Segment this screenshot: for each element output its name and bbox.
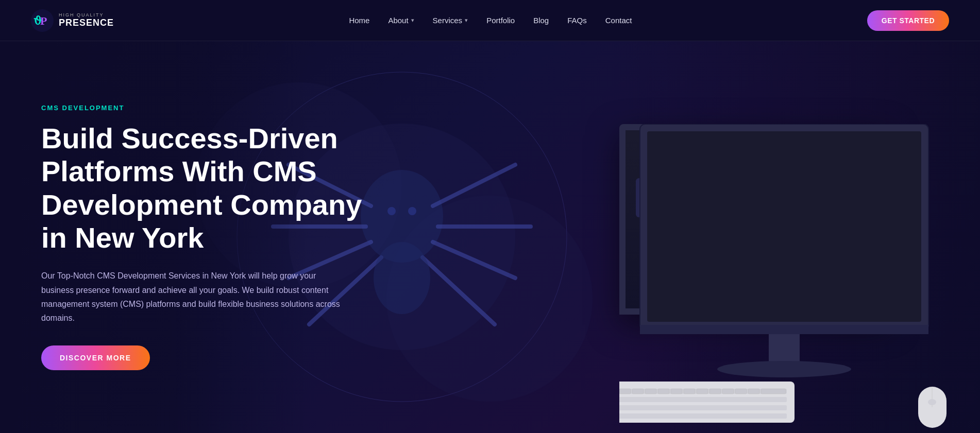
hero-label: CMS DEVELOPMENT (41, 104, 371, 112)
logo-icon: ϑ P (31, 9, 54, 32)
svg-line-14 (433, 242, 515, 278)
svg-rect-39 (697, 389, 708, 394)
svg-rect-44 (761, 389, 786, 394)
svg-rect-43 (748, 389, 759, 394)
logo[interactable]: ϑ P HIGH QUALITY PRESENCE (31, 9, 114, 32)
svg-rect-31 (619, 413, 787, 419)
svg-rect-22 (647, 131, 921, 322)
svg-point-26 (717, 361, 851, 377)
svg-text:P: P (40, 14, 47, 27)
svg-rect-38 (684, 389, 695, 394)
svg-rect-41 (722, 389, 734, 394)
svg-rect-34 (632, 389, 644, 394)
monitor-frame-svg (619, 124, 980, 433)
svg-rect-30 (619, 405, 787, 410)
svg-rect-29 (619, 397, 787, 402)
nav-item-about[interactable]: About ▾ (388, 16, 414, 25)
svg-point-18 (408, 207, 416, 215)
svg-rect-37 (671, 389, 682, 394)
nav-link-blog[interactable]: Blog (533, 16, 549, 25)
nav-link-home[interactable]: Home (349, 16, 369, 25)
hero-title: Build Success-Driven Platforms With CMS … (41, 122, 371, 255)
svg-point-7 (361, 170, 443, 263)
logo-big-line: PRESENCE (59, 18, 114, 28)
svg-line-12 (433, 165, 515, 206)
hero-section: CMS DEVELOPMENT Build Success-Driven Pla… (0, 41, 980, 433)
discover-more-button[interactable]: DISCOVER MORE (41, 345, 150, 370)
nav-item-faqs[interactable]: FAQs (567, 16, 587, 25)
svg-rect-36 (658, 389, 669, 394)
svg-rect-23 (640, 325, 928, 334)
svg-rect-25 (769, 334, 800, 365)
logo-text: HIGH QUALITY PRESENCE (59, 13, 114, 28)
about-chevron-icon: ▾ (411, 17, 414, 24)
get-started-button[interactable]: GET STARTED (867, 10, 949, 31)
svg-rect-33 (619, 389, 631, 394)
nav-item-contact[interactable]: Contact (605, 16, 632, 25)
nav-item-services[interactable]: Services ▾ (433, 16, 468, 25)
svg-rect-42 (735, 389, 747, 394)
svg-point-16 (374, 242, 430, 314)
hero-description: Our Top-Notch CMS Development Services i… (41, 269, 340, 325)
svg-point-17 (387, 207, 396, 215)
svg-point-6 (386, 196, 593, 402)
services-chevron-icon: ▾ (465, 17, 468, 24)
svg-line-15 (423, 257, 495, 324)
nav-links: Home About ▾ Services ▾ Portfolio Blog (349, 16, 632, 25)
svg-rect-40 (709, 389, 721, 394)
svg-rect-35 (645, 389, 656, 394)
svg-point-47 (928, 399, 936, 405)
nav-link-services[interactable]: Services ▾ (433, 16, 468, 25)
nav-item-blog[interactable]: Blog (533, 16, 549, 25)
nav-item-home[interactable]: Home (349, 16, 369, 25)
hero-content: CMS DEVELOPMENT Build Success-Driven Pla… (0, 104, 371, 370)
nav-link-contact[interactable]: Contact (605, 16, 632, 25)
navbar: ϑ P HIGH QUALITY PRESENCE Home About ▾ S… (0, 0, 980, 41)
nav-link-portfolio[interactable]: Portfolio (486, 16, 515, 25)
monitor-mockup: Engaging you with Creative Design Massa … (619, 124, 980, 433)
nav-item-portfolio[interactable]: Portfolio (486, 16, 515, 25)
nav-link-faqs[interactable]: FAQs (567, 16, 587, 25)
nav-link-about[interactable]: About ▾ (388, 16, 414, 25)
